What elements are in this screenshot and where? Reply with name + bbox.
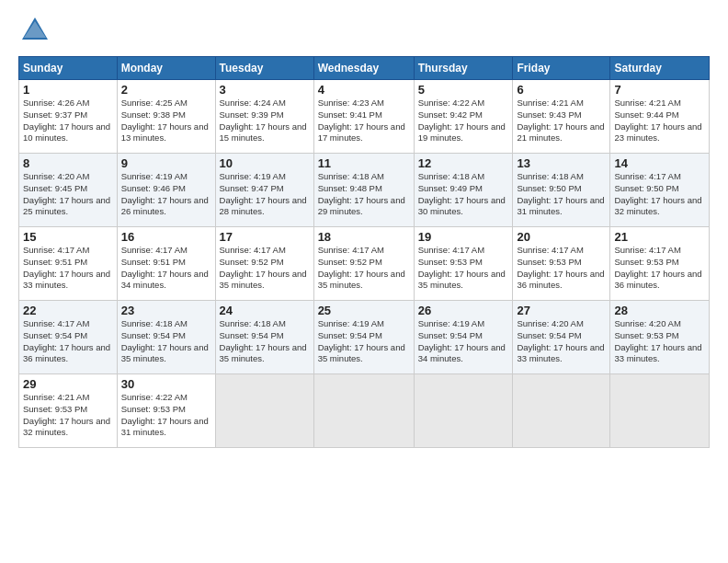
calendar-cell: 4 Sunrise: 4:23 AMSunset: 9:41 PMDayligh… [313,80,414,154]
day-info: Sunrise: 4:22 AMSunset: 9:53 PMDaylight:… [121,392,209,437]
day-info: Sunrise: 4:24 AMSunset: 9:39 PMDaylight:… [220,98,307,143]
day-number: 6 [517,83,606,97]
day-number: 2 [121,83,211,97]
calendar-cell: 24 Sunrise: 4:18 AMSunset: 9:54 PMDaylig… [215,301,313,374]
day-number: 11 [318,156,410,170]
calendar-week-5: 29 Sunrise: 4:21 AMSunset: 9:53 PMDaylig… [19,374,710,448]
col-tuesday: Tuesday [215,57,313,80]
day-number: 7 [614,83,705,97]
calendar-week-2: 8 Sunrise: 4:20 AMSunset: 9:45 PMDayligh… [19,154,710,227]
day-info: Sunrise: 4:22 AMSunset: 9:42 PMDaylight:… [418,98,506,143]
day-info: Sunrise: 4:17 AMSunset: 9:54 PMDaylight:… [23,318,110,363]
svg-marker-1 [24,21,46,38]
day-number: 29 [23,377,113,391]
day-number: 26 [418,304,509,317]
day-info: Sunrise: 4:18 AMSunset: 9:54 PMDaylight:… [121,318,209,363]
day-info: Sunrise: 4:21 AMSunset: 9:53 PMDaylight:… [23,392,110,437]
calendar-cell: 14 Sunrise: 4:17 AMSunset: 9:50 PMDaylig… [610,154,710,227]
day-info: Sunrise: 4:17 AMSunset: 9:50 PMDaylight:… [614,171,701,216]
logo-icon [18,14,51,47]
calendar-table: Sunday Monday Tuesday Wednesday Thursday… [18,56,710,448]
day-info: Sunrise: 4:19 AMSunset: 9:54 PMDaylight:… [318,318,405,363]
day-number: 4 [318,83,410,97]
day-number: 24 [220,304,310,317]
day-number: 20 [517,230,606,244]
day-info: Sunrise: 4:18 AMSunset: 9:54 PMDaylight:… [220,318,307,363]
day-info: Sunrise: 4:17 AMSunset: 9:53 PMDaylight:… [517,245,604,290]
day-number: 12 [418,156,509,170]
calendar-cell: 10 Sunrise: 4:19 AMSunset: 9:47 PMDaylig… [215,154,313,227]
calendar-cell [610,374,710,448]
logo [18,14,57,47]
day-info: Sunrise: 4:18 AMSunset: 9:48 PMDaylight:… [318,171,405,216]
calendar-cell: 11 Sunrise: 4:18 AMSunset: 9:48 PMDaylig… [313,154,414,227]
day-info: Sunrise: 4:20 AMSunset: 9:54 PMDaylight:… [517,318,604,363]
day-info: Sunrise: 4:21 AMSunset: 9:44 PMDaylight:… [614,98,701,143]
calendar-cell: 28 Sunrise: 4:20 AMSunset: 9:53 PMDaylig… [610,301,710,374]
calendar-cell: 27 Sunrise: 4:20 AMSunset: 9:54 PMDaylig… [513,301,610,374]
day-info: Sunrise: 4:21 AMSunset: 9:43 PMDaylight:… [517,98,604,143]
calendar-page: Sunday Monday Tuesday Wednesday Thursday… [0,0,728,563]
calendar-cell: 19 Sunrise: 4:17 AMSunset: 9:53 PMDaylig… [414,227,513,301]
day-info: Sunrise: 4:20 AMSunset: 9:45 PMDaylight:… [23,171,110,216]
calendar-cell: 13 Sunrise: 4:18 AMSunset: 9:50 PMDaylig… [513,154,610,227]
calendar-cell: 20 Sunrise: 4:17 AMSunset: 9:53 PMDaylig… [513,227,610,301]
day-number: 5 [418,83,509,97]
calendar-cell: 5 Sunrise: 4:22 AMSunset: 9:42 PMDayligh… [414,80,513,154]
calendar-cell: 12 Sunrise: 4:18 AMSunset: 9:49 PMDaylig… [414,154,513,227]
day-info: Sunrise: 4:17 AMSunset: 9:51 PMDaylight:… [23,245,110,290]
header [18,14,710,47]
day-info: Sunrise: 4:25 AMSunset: 9:38 PMDaylight:… [121,98,209,143]
col-wednesday: Wednesday [313,57,414,80]
day-info: Sunrise: 4:17 AMSunset: 9:53 PMDaylight:… [614,245,701,290]
day-number: 14 [614,156,705,170]
day-number: 13 [517,156,606,170]
day-info: Sunrise: 4:23 AMSunset: 9:41 PMDaylight:… [318,98,405,143]
calendar-cell: 25 Sunrise: 4:19 AMSunset: 9:54 PMDaylig… [313,301,414,374]
calendar-cell [313,374,414,448]
day-number: 8 [23,156,113,170]
calendar-cell: 1 Sunrise: 4:26 AMSunset: 9:37 PMDayligh… [19,80,118,154]
day-info: Sunrise: 4:17 AMSunset: 9:52 PMDaylight:… [318,245,405,290]
col-thursday: Thursday [414,57,513,80]
calendar-cell: 6 Sunrise: 4:21 AMSunset: 9:43 PMDayligh… [513,80,610,154]
day-number: 30 [121,377,211,391]
day-number: 19 [418,230,509,244]
day-number: 9 [121,156,211,170]
calendar-cell: 17 Sunrise: 4:17 AMSunset: 9:52 PMDaylig… [215,227,313,301]
calendar-week-1: 1 Sunrise: 4:26 AMSunset: 9:37 PMDayligh… [19,80,710,154]
calendar-cell: 15 Sunrise: 4:17 AMSunset: 9:51 PMDaylig… [19,227,118,301]
day-number: 23 [121,304,211,317]
calendar-cell: 29 Sunrise: 4:21 AMSunset: 9:53 PMDaylig… [19,374,118,448]
day-info: Sunrise: 4:19 AMSunset: 9:46 PMDaylight:… [121,171,209,216]
day-number: 3 [220,83,310,97]
calendar-cell: 8 Sunrise: 4:20 AMSunset: 9:45 PMDayligh… [19,154,118,227]
day-number: 16 [121,230,211,244]
day-info: Sunrise: 4:20 AMSunset: 9:53 PMDaylight:… [614,318,701,363]
day-info: Sunrise: 4:19 AMSunset: 9:54 PMDaylight:… [418,318,506,363]
calendar-header-row: Sunday Monday Tuesday Wednesday Thursday… [19,57,710,80]
day-info: Sunrise: 4:17 AMSunset: 9:51 PMDaylight:… [121,245,209,290]
calendar-week-4: 22 Sunrise: 4:17 AMSunset: 9:54 PMDaylig… [19,301,710,374]
calendar-cell: 18 Sunrise: 4:17 AMSunset: 9:52 PMDaylig… [313,227,414,301]
calendar-cell: 3 Sunrise: 4:24 AMSunset: 9:39 PMDayligh… [215,80,313,154]
day-number: 17 [220,230,310,244]
col-saturday: Saturday [610,57,710,80]
day-info: Sunrise: 4:17 AMSunset: 9:53 PMDaylight:… [418,245,506,290]
calendar-cell [513,374,610,448]
calendar-week-3: 15 Sunrise: 4:17 AMSunset: 9:51 PMDaylig… [19,227,710,301]
day-info: Sunrise: 4:18 AMSunset: 9:49 PMDaylight:… [418,171,506,216]
calendar-cell: 30 Sunrise: 4:22 AMSunset: 9:53 PMDaylig… [117,374,215,448]
calendar-cell: 9 Sunrise: 4:19 AMSunset: 9:46 PMDayligh… [117,154,215,227]
day-number: 27 [517,304,606,317]
col-friday: Friday [513,57,610,80]
calendar-cell [215,374,313,448]
day-info: Sunrise: 4:18 AMSunset: 9:50 PMDaylight:… [517,171,604,216]
day-number: 1 [23,83,113,97]
calendar-cell: 21 Sunrise: 4:17 AMSunset: 9:53 PMDaylig… [610,227,710,301]
day-info: Sunrise: 4:19 AMSunset: 9:47 PMDaylight:… [220,171,307,216]
day-number: 22 [23,304,113,317]
day-number: 21 [614,230,705,244]
calendar-cell: 16 Sunrise: 4:17 AMSunset: 9:51 PMDaylig… [117,227,215,301]
day-info: Sunrise: 4:26 AMSunset: 9:37 PMDaylight:… [23,98,110,143]
